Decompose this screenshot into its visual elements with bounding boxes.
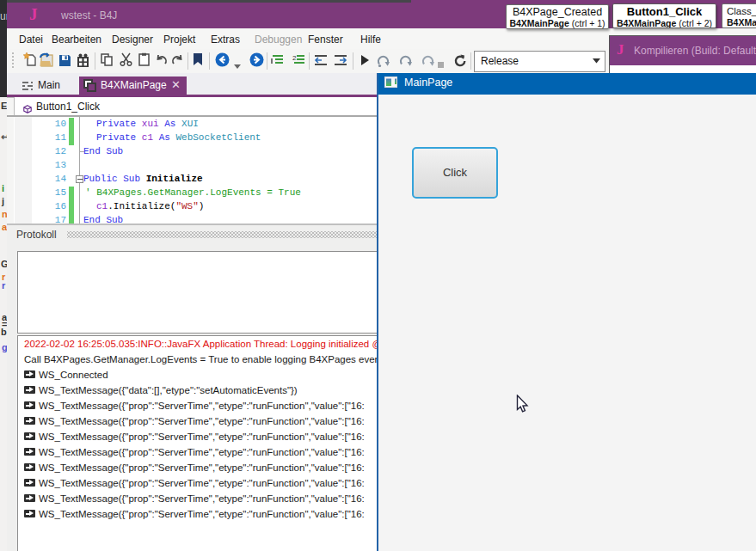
svg-text:2: 2: [292, 54, 297, 62]
